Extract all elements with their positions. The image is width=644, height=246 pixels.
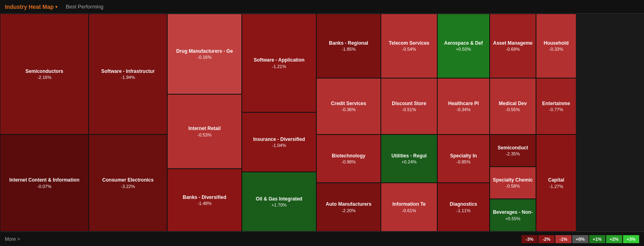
cell-utilities-regulated[interactable]: Utilities - Regul +0.24% [381,134,437,183]
legend-neg2: -2% [538,235,555,243]
cell-information-tech[interactable]: Information Te -0.61% [381,183,437,232]
footer: More > -3% -2% -1% +0% +1% +2% +3% [0,232,644,246]
filter-label[interactable]: Best Performing [66,4,103,10]
legend-zero: +0% [572,235,588,243]
cell-biotechnology[interactable]: Biotechnology -0.98% [316,134,381,183]
column-5: Banks - Regional -1.85% Credit Services … [316,14,381,232]
cell-drug-manufacturers[interactable]: Drug Manufacturers - Ge -0.16% [167,14,242,94]
cell-semiconductors-eq[interactable]: Semiconduct -2.35% [490,134,536,167]
cell-insurance-diversified[interactable]: Insurance - Diversified -1.04% [242,112,316,172]
cell-credit-services[interactable]: Credit Services -0.36% [316,78,381,134]
cell-specialty-industrial[interactable]: Specialty In -0.85% [437,134,490,183]
column-4: Software - Application -1.21% Insurance … [242,14,316,232]
column-7: Aerospace & Def +0.50% Healthcare Pl -0.… [437,14,490,232]
header: Industry Heat Map ▾ Best Performing [0,0,644,14]
cell-capital[interactable]: Capital -1.27% [536,134,576,232]
column-8: Asset Manageme -0.69% Medical Dev -0.55%… [490,14,536,232]
cell-discount-store[interactable]: Discount Store -0.51% [381,78,437,134]
cell-specialty-chemicals[interactable]: Specialty Chemic -0.58% [490,167,536,199]
cell-software-application[interactable]: Software - Application -1.21% [242,14,316,112]
cell-entertainment[interactable]: Entertainme -0.77% [536,78,576,134]
cell-internet-content[interactable]: Internet Content & Information -0.07% [0,134,89,232]
cell-aerospace-defense[interactable]: Aerospace & Def +0.50% [437,14,490,78]
column-6: Telecom Services -0.54% Discount Store -… [381,14,437,232]
column-3: Drug Manufacturers - Ge -0.16% Internet … [167,14,242,232]
legend-neg1: -1% [555,235,571,243]
column-2: Software - Infrastructur -1.94% Consumer… [89,14,167,232]
cell-semiconductors[interactable]: Semiconductors -2.16% [0,14,89,134]
cell-auto-manufacturers[interactable]: Auto Manufacturers -2.20% [316,183,381,232]
cell-healthcare-plans[interactable]: Healthcare Pl -0.34% [437,78,490,134]
cell-banks-diversified[interactable]: Banks - Diversified -1.48% [167,169,242,232]
cell-medical-devices[interactable]: Medical Dev -0.55% [490,78,536,134]
legend-neg3: -3% [521,235,538,243]
legend-pos3: +3% [623,235,639,243]
cell-asset-management[interactable]: Asset Manageme -0.69% [490,14,536,78]
legend: -3% -2% -1% +0% +1% +2% +3% [521,235,639,243]
heatmap-container: Semiconductors -2.16% Internet Content &… [0,14,644,232]
cell-banks-regional[interactable]: Banks - Regional -1.85% [316,14,381,78]
cell-diagnostics[interactable]: Diagnostics -1.11% [437,183,490,232]
page-title: Industry Heat Map [5,4,54,10]
legend-pos1: +1% [589,235,605,243]
column-9: Household -0.33% Entertainme -0.77% Capi… [536,14,576,232]
cell-oil-gas-integrated[interactable]: Oil & Gas Integrated +1.70% [242,172,316,232]
cell-consumer-electronics[interactable]: Consumer Electronics -3.22% [89,134,167,232]
cell-telecom-services[interactable]: Telecom Services -0.54% [381,14,437,78]
chevron-down-icon[interactable]: ▾ [55,4,58,10]
cell-software-infra[interactable]: Software - Infrastructur -1.94% [89,14,167,134]
cell-beverages-non[interactable]: Beverages - Non- +0.55% [490,199,536,232]
cell-household-products[interactable]: Household -0.33% [536,14,576,78]
legend-pos2: +2% [606,235,622,243]
cell-internet-retail[interactable]: Internet Retail -0.53% [167,94,242,169]
column-1: Semiconductors -2.16% Internet Content &… [0,14,89,232]
more-link[interactable]: More > [5,236,20,242]
